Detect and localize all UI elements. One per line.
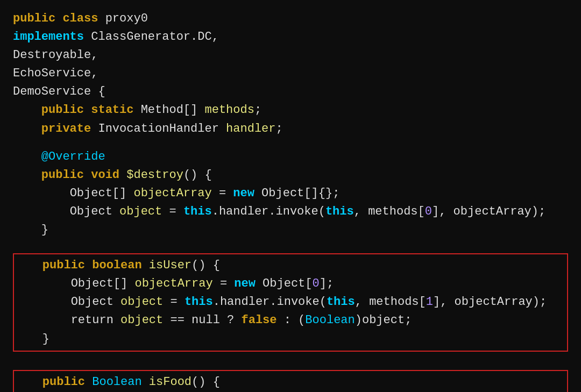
keyword-return: return	[71, 311, 121, 330]
annotation-override: @Override	[41, 148, 105, 166]
method-destroy: $destroy	[126, 166, 183, 184]
index-0b: 0	[313, 275, 320, 293]
keyword-private: private	[41, 120, 98, 138]
code-line: public Boolean isFood() {	[14, 373, 567, 391]
indent	[13, 166, 41, 184]
code-line: public class proxy0	[13, 10, 568, 28]
keyword-static: static	[91, 101, 140, 119]
semicolon: ;	[254, 101, 261, 119]
keyword-public: public	[41, 101, 91, 119]
dot-handler-invoke: .handler.invoke(	[213, 293, 327, 311]
type-invocation-handler: InvocationHandler	[98, 120, 226, 138]
code-line: }	[13, 221, 568, 239]
field-handler: handler	[226, 120, 275, 138]
spacer	[13, 138, 568, 148]
code-line: implements ClassGenerator.DC,	[13, 28, 568, 46]
highlighted-block-isuser: public boolean isUser() { Object[] objec…	[13, 253, 568, 351]
keyword-this-2: this	[325, 203, 354, 221]
type-object: Object	[70, 203, 119, 221]
code-line: public boolean isUser() {	[14, 256, 567, 275]
close-brace: }	[41, 221, 48, 239]
keyword-new: new	[233, 184, 261, 203]
code-block: public class proxy0 implements ClassGene…	[0, 0, 581, 392]
assign: =	[212, 184, 233, 203]
code-line: return object == null ? false : (Boolean…	[14, 311, 567, 330]
dot-handler-invoke: .handler.invoke(	[212, 203, 325, 221]
null-check: ==	[163, 311, 192, 330]
var-object2: object	[121, 311, 163, 330]
interface-name: DemoService	[13, 83, 98, 101]
keyword-void: void	[91, 166, 126, 184]
code-line: public void $destroy() {	[13, 166, 568, 184]
indent	[14, 373, 42, 391]
type-boolean-cast: Boolean	[305, 311, 355, 330]
colon-cast: : (	[277, 311, 306, 330]
highlighted-block-isfood: public Boolean isFood() { Object[] objec…	[13, 370, 568, 392]
parens: () {	[192, 256, 220, 275]
keyword-boolean: boolean	[92, 256, 149, 275]
code-line: Object[] objectArray = new Object[0];	[14, 275, 567, 293]
interface-name: Destroyable,	[13, 46, 98, 65]
indent	[14, 293, 71, 311]
null-kw: null ?	[192, 311, 241, 330]
indent	[14, 275, 71, 293]
code-line: private InvocationHandler handler;	[13, 120, 568, 138]
indent	[13, 101, 41, 119]
spacer	[13, 239, 568, 249]
code-line: }	[14, 330, 567, 348]
class-name: proxy0	[105, 10, 148, 28]
assign: =	[213, 275, 235, 293]
code-line: @Override	[13, 148, 568, 166]
keyword-public: public	[13, 10, 62, 28]
indent	[14, 330, 42, 348]
parens: () {	[192, 373, 220, 391]
comma2: ], objectArray);	[433, 293, 547, 311]
method-isuser: isUser	[149, 256, 192, 275]
keyword-this-1: this	[183, 203, 212, 221]
type-object-array: Object[]	[71, 275, 135, 293]
index-0: 0	[425, 203, 432, 221]
spacer	[13, 356, 568, 366]
keyword-class: class	[62, 10, 105, 28]
comma: , methods[	[354, 203, 425, 221]
indent	[13, 203, 70, 221]
keyword-implements: implements	[13, 28, 91, 46]
indent	[13, 221, 41, 239]
keyword-this-4: this	[327, 293, 355, 311]
code-line: EchoService,	[13, 65, 568, 83]
code-line: DemoService {	[13, 83, 568, 101]
parens: () {	[183, 166, 212, 184]
keyword-public: public	[42, 373, 92, 391]
assign: =	[162, 203, 183, 221]
var-object: object	[121, 293, 163, 311]
code-line: Object[] objectArray = new Object[]{};	[13, 184, 568, 203]
indent	[13, 184, 70, 203]
keyword-public: public	[41, 166, 91, 184]
interface-name: ClassGenerator.DC,	[91, 28, 219, 46]
keyword-new: new	[234, 275, 263, 293]
indent	[13, 148, 41, 166]
open-brace: {	[98, 83, 105, 101]
type-method-array: Method[]	[141, 101, 205, 119]
code-line: Object object = this.handler.invoke(this…	[14, 293, 567, 311]
semicolon: ;	[276, 120, 283, 138]
type-boolean-wrapper: Boolean	[92, 373, 149, 391]
field-methods: methods	[204, 101, 254, 119]
type-object-array: Object[]	[70, 184, 134, 203]
index-1: 1	[426, 293, 433, 311]
close-cast: )object;	[355, 311, 412, 330]
code-line: Destroyable,	[13, 46, 568, 65]
assign: =	[163, 293, 185, 311]
type-object: Object[	[263, 275, 312, 293]
comma2: ], objectArray);	[432, 203, 545, 221]
indent	[14, 256, 42, 275]
code-line: public static Method[] methods;	[13, 101, 568, 119]
braces: {};	[318, 184, 340, 203]
close-brace: }	[42, 330, 49, 348]
type-object: Object[]	[261, 184, 318, 203]
type-object: Object	[71, 293, 121, 311]
keyword-false: false	[242, 311, 277, 330]
interface-name: EchoService,	[13, 65, 98, 83]
indent	[13, 120, 41, 138]
indent	[14, 311, 71, 330]
